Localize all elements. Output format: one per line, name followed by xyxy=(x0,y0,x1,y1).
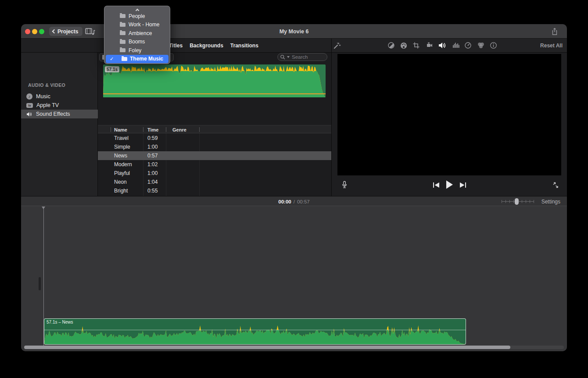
volume-level-line[interactable] xyxy=(103,93,326,94)
cell-name: Playful xyxy=(114,169,130,178)
window-title: My Movie 6 xyxy=(21,24,567,39)
clip-label: 57.1s – News xyxy=(47,320,73,325)
color-balance-icon[interactable] xyxy=(387,42,395,51)
menu-item-work-home[interactable]: Work - Home xyxy=(104,21,170,29)
menu-item-theme-music-selected[interactable]: ✓ Theme Music xyxy=(106,55,169,64)
share-icon[interactable] xyxy=(551,27,559,37)
cell-time: 1:04 xyxy=(147,178,158,186)
timeline-horizontal-scrollbar-thumb[interactable] xyxy=(24,346,510,349)
column-divider xyxy=(111,127,111,132)
menu-item-booms[interactable]: Booms xyxy=(104,38,170,46)
reset-all-button[interactable]: Reset All xyxy=(540,39,563,53)
timecode-display: 00:00 / 00:57 xyxy=(21,196,567,207)
browser-tabbar: Titles Backgrounds Transitions xyxy=(21,39,331,53)
search-scope-chevron-icon[interactable] xyxy=(287,56,290,58)
folder-icon xyxy=(122,57,127,61)
menu-scroll-up-icon[interactable] xyxy=(104,7,170,12)
tab-titles[interactable]: Titles xyxy=(169,43,183,49)
auto-enhance-wand-icon[interactable] xyxy=(333,42,341,51)
cell-name: Travel xyxy=(114,134,129,143)
speaker-icon xyxy=(26,111,32,117)
cell-name: Simple xyxy=(114,143,130,151)
cell-time: 0:55 xyxy=(147,186,158,195)
table-row-simple[interactable]: Simple 1:00 xyxy=(98,143,331,151)
info-icon[interactable] xyxy=(490,42,497,51)
menu-item-label: Booms xyxy=(129,39,145,45)
cell-name: Modern xyxy=(114,160,132,169)
folder-icon xyxy=(120,40,125,44)
column-header-name[interactable]: Name xyxy=(114,125,127,134)
timecode-separator: / xyxy=(294,199,295,204)
crop-icon[interactable] xyxy=(412,42,420,51)
play-icon[interactable] xyxy=(445,180,454,191)
cell-name: News xyxy=(114,151,127,160)
clip-volume-line[interactable] xyxy=(44,330,466,330)
skip-back-icon[interactable] xyxy=(433,182,440,190)
table-row-bright[interactable]: Bright 0:55 xyxy=(98,186,331,195)
menu-item-label: People xyxy=(129,13,145,19)
timeline[interactable]: 57.1s – News xyxy=(21,206,567,351)
menu-item-label: Ambience xyxy=(129,30,152,36)
imovie-window: Projects My Movie 6 Titles Backg xyxy=(21,24,567,351)
checkmark-icon: ✓ xyxy=(110,56,116,62)
table-row-travel[interactable]: Travel 0:59 xyxy=(98,134,331,143)
sidebar-item-apple-tv[interactable]: tv Apple TV xyxy=(21,101,98,110)
search-input[interactable] xyxy=(291,54,325,60)
fullscreen-icon[interactable] xyxy=(552,182,559,190)
search-field[interactable] xyxy=(277,53,327,61)
column-header-time[interactable]: Time xyxy=(147,125,158,134)
sidebar-item-label: Apple TV xyxy=(36,102,59,108)
table-row-modern[interactable]: Modern 1:02 xyxy=(98,160,331,169)
viewer-pane xyxy=(331,53,567,196)
sidebar-item-sound-effects[interactable]: Sound Effects xyxy=(21,110,98,118)
volume-icon[interactable] xyxy=(438,41,447,51)
color-palette-icon[interactable] xyxy=(400,42,408,51)
menu-item-label: Foley xyxy=(129,47,141,53)
menu-item-label: Theme Music xyxy=(130,56,163,62)
zoom-slider-thumb[interactable] xyxy=(515,198,519,205)
menu-item-label: Work - Home xyxy=(129,21,159,28)
music-note-icon: ♪ xyxy=(26,93,32,100)
timeline-settings-button[interactable]: Settings xyxy=(541,196,560,207)
video-viewer[interactable] xyxy=(337,54,561,175)
sidebar-item-music[interactable]: ♪ Music xyxy=(21,92,98,101)
cell-name: Neon xyxy=(114,178,127,186)
folder-icon xyxy=(120,31,125,35)
titlebar: Projects My Movie 6 xyxy=(21,24,567,39)
cell-time: 0:57 xyxy=(147,151,158,160)
cell-time: 1:00 xyxy=(147,169,158,178)
audio-clip-news[interactable]: 57.1s – News xyxy=(44,318,466,345)
waveform-preview[interactable]: 57.1s xyxy=(103,64,326,97)
voiceover-mic-icon[interactable] xyxy=(341,181,348,191)
adjust-toolbar: Reset All xyxy=(331,39,567,53)
skip-forward-icon[interactable] xyxy=(459,182,466,190)
timeline-zoom-slider[interactable] xyxy=(502,196,534,207)
column-divider xyxy=(143,127,143,132)
menu-item-people[interactable]: People xyxy=(104,12,170,21)
color-filters-icon[interactable] xyxy=(477,42,485,51)
apple-tv-icon: tv xyxy=(26,103,33,108)
folder-icon xyxy=(120,14,125,18)
duration-badge: 57.1s xyxy=(105,66,119,72)
sidebar-item-label: Music xyxy=(36,93,50,100)
table-header: Name Time Genre xyxy=(98,125,331,133)
stabilization-camera-icon[interactable] xyxy=(425,42,434,51)
folder-icon xyxy=(120,48,125,52)
table-row-playful[interactable]: Playful 1:00 xyxy=(98,169,331,178)
menu-item-foley[interactable]: Foley xyxy=(104,46,170,55)
noise-reduction-eq-icon[interactable] xyxy=(452,42,460,51)
timecode-total: 00:57 xyxy=(297,199,310,204)
cell-time: 0:59 xyxy=(147,134,158,143)
speed-icon[interactable] xyxy=(464,42,472,51)
column-header-genre[interactable]: Genre xyxy=(172,125,186,134)
tab-transitions[interactable]: Transitions xyxy=(230,43,258,49)
tab-backgrounds[interactable]: Backgrounds xyxy=(190,43,223,49)
table-row-neon[interactable]: Neon 1:04 xyxy=(98,178,331,186)
sidebar-header: AUDIO & VIDEO xyxy=(28,82,65,88)
timeline-vertical-scrollbar[interactable] xyxy=(39,277,41,290)
folder-icon xyxy=(120,23,125,27)
table-row-news-selected[interactable]: News 0:57 xyxy=(98,151,331,160)
menu-item-ambience[interactable]: Ambience xyxy=(104,29,170,38)
sidebar-item-label: Sound Effects xyxy=(36,111,70,117)
cell-time: 1:00 xyxy=(147,143,158,151)
